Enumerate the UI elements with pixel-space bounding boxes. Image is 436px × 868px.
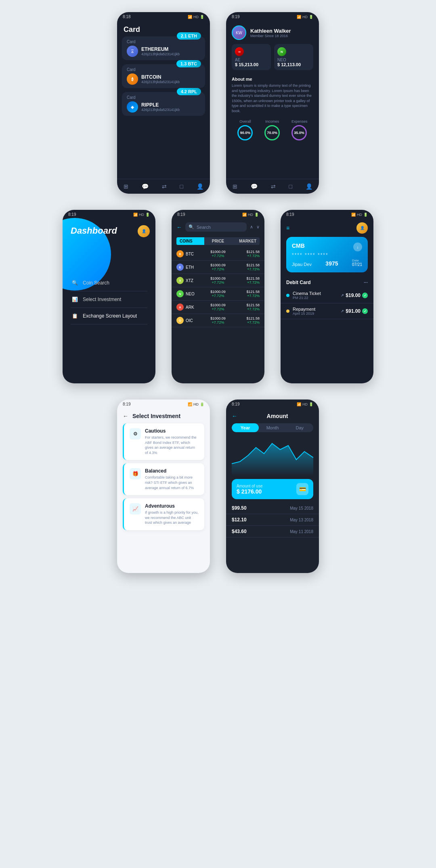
exchange-row-eth[interactable]: E ETH $1000.09 +7.72% $121.58 +7.72% (172, 261, 264, 274)
ex-market-change-1: +7.72% (232, 267, 260, 271)
debit-download-icon[interactable]: ↓ (353, 243, 362, 251)
invest-item-cautious[interactable]: ⚙ Cautious For starters, we recommend th… (123, 423, 204, 460)
ex-market-cell-3: $121.58 +7.72% (232, 290, 260, 298)
tx-dot-0 (286, 294, 289, 297)
ex-market-change-0: +7.72% (232, 254, 260, 258)
tab-day[interactable]: Day (286, 423, 313, 432)
debit-date-val: 07/21 (352, 262, 362, 267)
ex-market-change-2: +7.72% (232, 280, 260, 284)
invest-item-balanced[interactable]: 🎁 Balanced Comfortable taking a bit more… (123, 463, 204, 495)
btc-coin-row: ₿ BITCOIN 426j213hjkda523141jkb (127, 73, 200, 85)
debit-tx-0[interactable]: Cinema Ticket PM 21:22 ↗ $19.00 ✓ (281, 288, 373, 303)
pnav-exchange-icon[interactable]: ⇄ (271, 183, 276, 190)
select-invest-label: Select Investment (83, 297, 121, 302)
rpl-coin-addr: 426j213hjkda523141jkb (141, 108, 200, 112)
nav-chat-icon[interactable]: 💬 (142, 183, 149, 190)
profile-phone: 8:19 📶HD🔋 KW Kathleen Walker Member Sinc… (226, 12, 319, 194)
exchange-row-xtz[interactable]: X XTZ $1000.09 +7.72% $121.58 +7.72% (172, 274, 264, 287)
invest-desc-0: For starters, we recommend the ABF Bond … (145, 435, 199, 455)
debit-phone: 8:19 📶HD🔋 ≡ 👤 CMB ↓ **** **** **** Jipau… (281, 210, 373, 383)
invest-item-adventurous[interactable]: 📈 Adventurous If growth is a high priori… (123, 498, 204, 530)
neo-coin-card[interactable]: N NEO $ 12,113.00 (274, 44, 313, 70)
amount-tx-0: $99.50 May 15 2018 (226, 502, 319, 514)
ex-price-cell-4: $1000.09 +7.72% (204, 303, 232, 311)
exchange-row-oic[interactable]: O OIC $1000.09 +7.72% $121.58 +7.72% (172, 314, 264, 327)
rpl-card-item[interactable]: 4.2 RPL Card ◈ RIPPLE 426j213hjkda523141… (122, 92, 205, 116)
exchange-back-icon[interactable]: ← (176, 224, 182, 230)
ex-coin-cell-0: B BTC (176, 250, 204, 257)
neo-logo: N (277, 47, 286, 56)
pnav-user-icon[interactable]: 👤 (306, 183, 312, 190)
ex-price-cell-5: $1000.09 +7.72% (204, 316, 232, 324)
tx-name-1: Repayment (293, 307, 341, 312)
ae-logo: ∞ (235, 47, 244, 56)
ex-coin-cell-3: N NEO (176, 290, 204, 297)
btc-card-item[interactable]: 1.3 BTC Card ₿ BITCOIN 426j213hjkda52314… (122, 64, 205, 88)
ex-market-price-1: $121.58 (232, 263, 260, 267)
exchange-topbar: ← 🔍 Search ∧ ∨ (172, 219, 264, 235)
exchange-chevron-up-icon[interactable]: ∧ (250, 224, 253, 230)
select-back-button[interactable]: ← (123, 413, 128, 419)
eth-badge: 2.1 ETH (177, 32, 201, 40)
eth-coin-info: ETHEREUM 426j213hjkda523141jkb (141, 46, 200, 56)
dash-status-time: 8:19 (68, 212, 76, 217)
tx-ext-icon-0: ↗ (341, 293, 344, 297)
btc-badge: 1.3 BTC (176, 60, 201, 67)
stat-income-circle: 70.0% (264, 125, 280, 140)
exchange-chevron-down-icon[interactable]: ∨ (256, 224, 260, 230)
exchange-search-bar[interactable]: 🔍 Search (185, 222, 247, 232)
select-status-icons: 📶HD🔋 (188, 402, 204, 406)
ex-change-4: +7.72% (204, 307, 232, 311)
amount-status-time: 8:19 (232, 402, 239, 406)
ae-coin-card[interactable]: ∞ AE $ 15,213.00 (232, 44, 271, 70)
invest-name-2: Adventurous (145, 503, 199, 509)
nav-grid-icon[interactable]: ⊞ (124, 183, 128, 190)
rpl-card-label: Card (127, 95, 200, 100)
exchange-phone: 8:19 📶HD🔋 ← 🔍 Search ∧ ∨ COINS PRICE MAR… (172, 210, 264, 383)
eth-card-item[interactable]: 2.1 ETH Card Ξ ETHEREUM 426j213hjkda5231… (122, 36, 205, 60)
eth-coin-name: ETHEREUM (141, 46, 200, 52)
rpl-badge: 4.2 RPL (177, 88, 201, 95)
dash-menu-item-exchange-layout[interactable]: 📋 Exchange Screen Layout (71, 308, 147, 324)
debit-tx-1[interactable]: Repayment April 15 2019 ↗ $91.00 ✓ (281, 303, 373, 319)
pnav-chat-icon[interactable]: 💬 (251, 183, 258, 190)
filter-icon[interactable]: ≡ (286, 225, 289, 231)
tab-year[interactable]: Year (232, 423, 259, 432)
debit-more-icon[interactable]: ··· (364, 280, 368, 285)
profile-avatar: KW (232, 25, 246, 40)
amount-back-button[interactable]: ← (232, 413, 237, 419)
btc-card-label: Card (127, 67, 200, 72)
dash-menu-item-coin-search[interactable]: 🔍 Coin Search (71, 275, 147, 291)
invest-info-2: Adventurous If growth is a high priority… (145, 503, 199, 525)
exchange-row-ark[interactable]: A ARK $1000.09 +7.72% $121.58 +7.72% (172, 301, 264, 314)
ex-coin-icon-btc: B (176, 250, 184, 257)
card-bottom-nav: ⊞ 💬 ⇄ □ 👤 (117, 179, 210, 194)
amount-tx-2: $43.60 May 11 2018 (226, 526, 319, 538)
debit-card-mask: **** **** **** (292, 252, 362, 258)
amount-screen-title: Amount (241, 413, 313, 419)
amount-tx-val-1: $12.10 (232, 517, 247, 523)
nav-user-icon[interactable]: 👤 (197, 183, 203, 190)
row-1: 8:18 📶HD🔋 Card 2.1 ETH Card Ξ ETHEREUM 4… (8, 12, 428, 194)
debit-bank-name: CMB (292, 243, 362, 249)
dash-menu-item-select-invest[interactable]: 📊 Select Investment (71, 291, 147, 308)
exchange-layout-label: Exchange Screen Layout (83, 313, 137, 319)
nav-exchange-icon[interactable]: ⇄ (162, 183, 167, 190)
exchange-row-neo[interactable]: N NEO $1000.09 +7.72% $121.58 +7.72% (172, 287, 264, 301)
pnav-square-icon[interactable]: □ (289, 183, 292, 190)
debit-status-time: 8:19 (286, 212, 294, 217)
row-3: 8:19 📶HD🔋 ← Select Investment ⚙ Cautious… (8, 399, 428, 573)
tx-amount-val-1: $91.00 (346, 308, 361, 314)
status-bar-card: 8:18 📶HD🔋 (117, 12, 210, 21)
pnav-grid-icon[interactable]: ⊞ (233, 183, 237, 190)
tab-month[interactable]: Month (259, 423, 286, 432)
nav-square-icon[interactable]: □ (180, 183, 183, 190)
amount-tx-date-1: May 13 2018 (290, 518, 313, 522)
stat-overall: Overall 90.0% (237, 119, 253, 140)
ex-market-price-3: $121.58 (232, 290, 260, 294)
ex-coin-cell-2: X XTZ (176, 277, 204, 284)
ex-market-price-5: $121.58 (232, 316, 260, 320)
profile-coins-row: ∞ AE $ 15,213.00 N NEO $ 12,113.00 (226, 44, 319, 74)
exchange-row-btc[interactable]: B BTC $1000.09 +7.72% $121.58 +7.72% (172, 247, 264, 261)
amount-tx-val-0: $99.50 (232, 505, 247, 511)
